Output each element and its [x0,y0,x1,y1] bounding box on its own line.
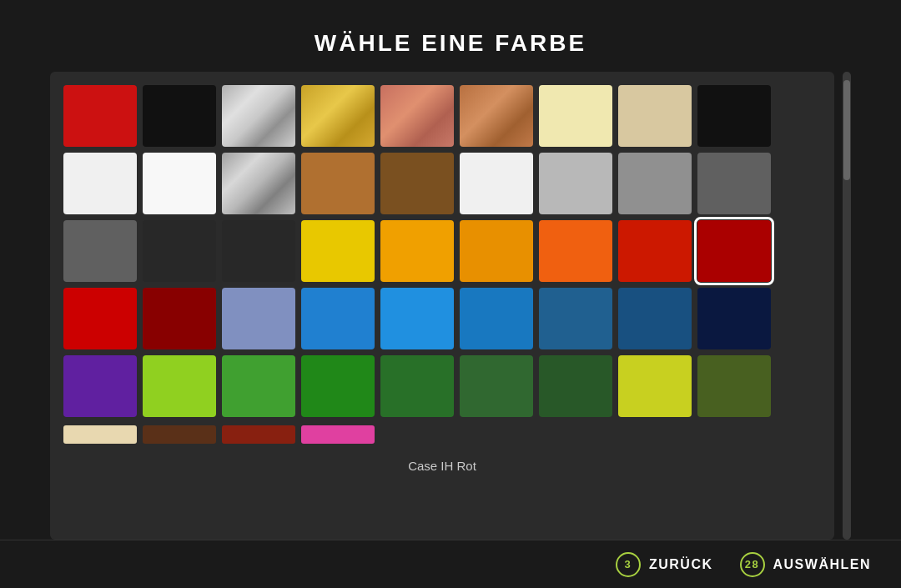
back-button[interactable]: 3 ZURÜCK [616,552,713,577]
color-orange[interactable] [539,220,612,282]
color-red2[interactable] [63,288,137,349]
color-beige[interactable] [618,85,692,147]
color-gold[interactable] [301,85,375,147]
color-bronze[interactable] [460,85,533,147]
title: WÄHLE EINE FARBE [315,30,586,57]
color-cream[interactable] [539,85,612,147]
color-gray-mid[interactable] [618,153,692,214]
footer: 3 ZURÜCK 28 AUSWÄHLEN [0,540,901,588]
scrollbar[interactable] [843,72,851,540]
color-black[interactable] [143,85,216,147]
color-dark-green[interactable] [380,355,454,417]
color-grid [63,85,821,417]
color-panel: Case IH Rot [50,72,834,540]
color-small-brown[interactable] [143,425,216,444]
color-row-1 [63,85,821,147]
color-yellow-green[interactable] [618,355,692,417]
color-dark1[interactable] [143,220,216,282]
color-orange-yellow[interactable] [460,220,533,282]
color-gray-dark[interactable] [697,153,771,214]
color-dark-blue[interactable] [618,288,692,349]
color-white3[interactable] [460,153,533,214]
select-button[interactable]: 28 AUSWÄHLEN [740,552,872,577]
select-badge: 28 [740,552,765,577]
color-brown-dark[interactable] [380,153,454,214]
color-olive[interactable] [697,355,771,417]
color-case-ih-red[interactable] [697,220,771,282]
color-lime[interactable] [143,355,216,417]
color-deep-green[interactable] [539,355,612,417]
color-gray-light[interactable] [539,153,612,214]
color-silver2[interactable] [222,153,295,214]
color-dark2[interactable] [222,220,295,282]
color-forest-green[interactable] [460,355,533,417]
color-copper[interactable] [380,85,454,147]
color-blue2[interactable] [380,288,454,349]
color-white[interactable] [63,153,137,214]
color-blue3[interactable] [460,288,533,349]
color-steel-blue[interactable] [222,288,295,349]
color-purple[interactable] [63,355,137,417]
color-row-5 [63,355,821,417]
color-small-pink[interactable] [301,425,375,444]
color-red[interactable] [63,85,137,147]
color-silver[interactable] [222,85,295,147]
color-gray2[interactable] [63,220,137,282]
color-brown-light[interactable] [301,153,375,214]
color-white2[interactable] [143,153,216,214]
color-amber[interactable] [380,220,454,282]
back-label: ZURÜCK [649,557,713,572]
small-color-row [63,425,821,444]
color-name-label: Case IH Rot [63,459,821,473]
color-small-cream[interactable] [63,425,137,444]
scrollbar-thumb[interactable] [843,80,850,180]
color-row-3 [63,220,821,282]
color-red-orange[interactable] [618,220,692,282]
color-teal-blue[interactable] [539,288,612,349]
color-blue[interactable] [301,288,375,349]
back-badge: 3 [616,552,641,577]
color-dark-red[interactable] [143,288,216,349]
color-yellow[interactable] [301,220,375,282]
color-navy[interactable] [697,288,771,349]
color-row-2 [63,153,821,214]
color-green[interactable] [222,355,295,417]
color-small-dark-red[interactable] [222,425,295,444]
color-black2[interactable] [697,85,771,147]
select-label: AUSWÄHLEN [773,557,872,572]
color-green2[interactable] [301,355,375,417]
color-row-4 [63,288,821,349]
